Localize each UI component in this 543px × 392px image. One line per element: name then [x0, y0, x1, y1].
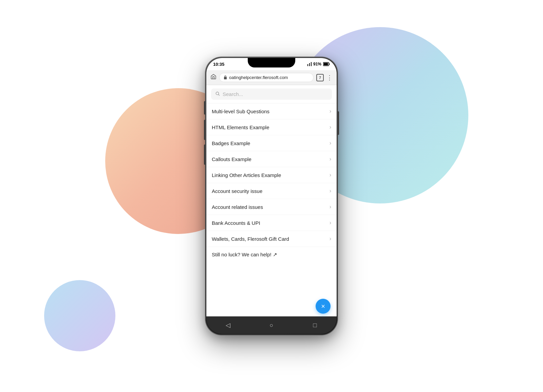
home-icon[interactable] — [210, 74, 217, 81]
menu-item-label-2: Badges Example — [212, 140, 250, 146]
status-time: 10:35 — [213, 62, 224, 67]
svg-point-7 — [216, 92, 219, 95]
search-icon — [215, 91, 220, 97]
search-input-wrapper[interactable]: Search... — [211, 89, 332, 100]
menu-item-label-4: Linking Other Articles Example — [212, 172, 281, 178]
phone-frame: 10:35 91% — [205, 57, 338, 335]
still-no-luck-link[interactable]: Still no luck? We can help! ↗ — [206, 247, 337, 262]
chevron-icon-6: › — [330, 204, 331, 210]
menu-item-label-3: Callouts Example — [212, 156, 251, 162]
svg-marker-1 — [309, 63, 310, 66]
mute-button — [204, 101, 205, 115]
lock-icon — [224, 75, 227, 80]
back-button[interactable]: ◁ — [221, 318, 235, 332]
chevron-icon-5: › — [330, 188, 331, 194]
browser-bar: oatinghelpcenter.flerosoft.com 7 ⋮ — [206, 70, 337, 85]
url-text: oatinghelpcenter.flerosoft.com — [229, 75, 309, 80]
menu-item-5[interactable]: Account security issue › — [206, 183, 337, 199]
phone-screen: 10:35 91% — [206, 58, 337, 334]
volume-up-button — [204, 120, 205, 140]
search-placeholder-text: Search... — [223, 91, 243, 97]
menu-item-7[interactable]: Bank Accounts & UPI › — [206, 215, 337, 231]
status-right-icons: 91% — [306, 62, 330, 66]
menu-item-label-6: Account related issues — [212, 204, 263, 210]
svg-line-8 — [219, 95, 220, 96]
home-nav-button[interactable]: ○ — [265, 318, 278, 332]
menu-item-3[interactable]: Callouts Example › — [206, 151, 337, 167]
chevron-icon-4: › — [330, 172, 331, 178]
svg-rect-4 — [324, 63, 328, 65]
power-button — [338, 111, 339, 135]
small-bg-circle — [44, 280, 115, 351]
battery-icon — [323, 62, 330, 66]
menu-item-0[interactable]: Multi-level Sub Questions › — [206, 103, 337, 119]
bottom-navigation: ◁ ○ □ — [206, 316, 337, 334]
svg-marker-2 — [307, 64, 308, 66]
browser-menu-icon[interactable]: ⋮ — [326, 74, 333, 81]
chevron-icon-2: › — [330, 140, 331, 146]
svg-rect-6 — [224, 77, 227, 79]
menu-item-8[interactable]: Wallets, Cards, Flerosoft Gift Card › — [206, 231, 337, 247]
signal-icon — [306, 62, 312, 66]
menu-item-2[interactable]: Badges Example › — [206, 135, 337, 151]
chevron-icon-8: › — [330, 236, 331, 242]
menu-item-6[interactable]: Account related issues › — [206, 199, 337, 215]
menu-item-label-0: Multi-level Sub Questions — [212, 109, 269, 114]
menu-item-1[interactable]: HTML Elements Example › — [206, 119, 337, 135]
tab-count[interactable]: 7 — [316, 74, 324, 81]
notch — [248, 58, 295, 67]
status-bar: 10:35 91% — [206, 58, 337, 70]
svg-rect-5 — [329, 63, 330, 65]
recents-button[interactable]: □ — [308, 318, 322, 332]
menu-item-label-7: Bank Accounts & UPI — [212, 220, 260, 226]
phone-device: 10:35 91% — [205, 57, 338, 335]
battery-percent: 91% — [313, 62, 321, 66]
chevron-icon-3: › — [330, 156, 331, 162]
screen-content: Search... Multi-level Sub Questions › HT… — [206, 85, 337, 316]
menu-item-label-1: HTML Elements Example — [212, 124, 269, 130]
volume-down-button — [204, 144, 205, 165]
url-bar[interactable]: oatinghelpcenter.flerosoft.com — [219, 73, 314, 82]
chevron-icon-0: › — [330, 108, 331, 114]
menu-list: Multi-level Sub Questions › HTML Element… — [206, 103, 337, 316]
fab-close-button[interactable]: × — [316, 299, 331, 314]
svg-marker-0 — [311, 62, 312, 66]
chevron-icon-1: › — [330, 124, 331, 130]
chevron-icon-7: › — [330, 220, 331, 226]
menu-item-label-5: Account security issue — [212, 188, 262, 194]
menu-item-label-8: Wallets, Cards, Flerosoft Gift Card — [212, 236, 289, 242]
menu-item-4[interactable]: Linking Other Articles Example › — [206, 167, 337, 183]
search-bar: Search... — [206, 85, 337, 103]
